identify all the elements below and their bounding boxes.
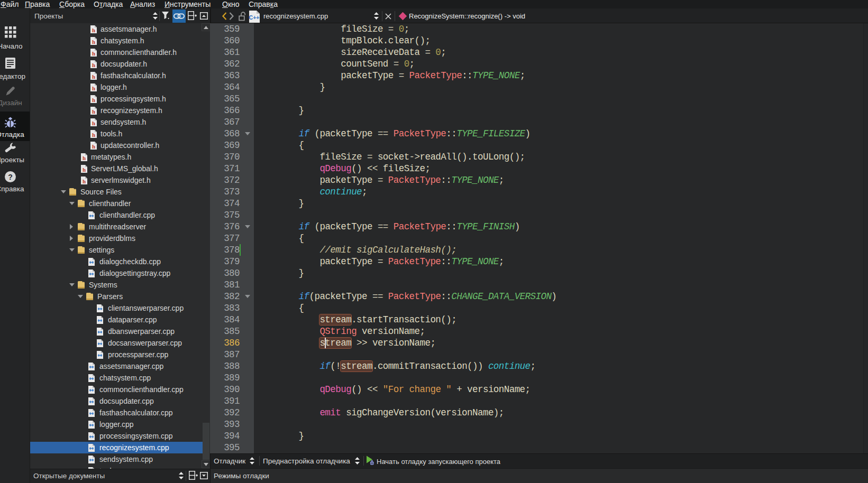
svg-text:h: h <box>92 73 95 80</box>
svg-text:h: h <box>92 120 95 126</box>
svg-text:h: h <box>92 85 95 91</box>
svg-text:h: h <box>92 39 95 45</box>
svg-text:h: h <box>92 108 95 115</box>
svg-text:h: h <box>92 143 95 150</box>
svg-text:h: h <box>83 178 86 184</box>
svg-text:h: h <box>92 50 95 57</box>
svg-text:h: h <box>92 27 95 33</box>
svg-text:?: ? <box>8 173 13 181</box>
svg-text:h: h <box>92 62 95 68</box>
svg-text:C++: C++ <box>249 14 260 21</box>
svg-text:h: h <box>83 155 86 161</box>
svg-text:h: h <box>83 166 86 173</box>
svg-text:h: h <box>92 132 95 138</box>
svg-text:h: h <box>92 97 95 103</box>
